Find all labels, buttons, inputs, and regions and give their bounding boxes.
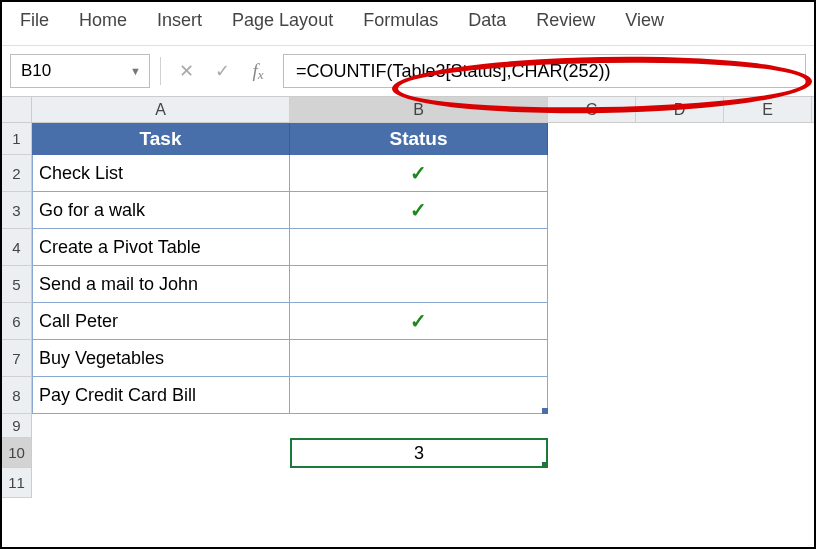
- cell-status[interactable]: [290, 340, 548, 377]
- cell-blank[interactable]: [290, 414, 548, 438]
- formula-input[interactable]: =COUNTIF(Table3[Status],CHAR(252)): [283, 54, 806, 88]
- formula-text: =COUNTIF(Table3[Status],CHAR(252)): [296, 61, 611, 82]
- check-icon: ✓: [410, 161, 427, 185]
- tab-page-layout[interactable]: Page Layout: [232, 10, 333, 31]
- col-header-E[interactable]: E: [724, 97, 812, 122]
- table-row: Buy Vegetables: [32, 340, 814, 377]
- col-header-C[interactable]: C: [548, 97, 636, 122]
- cell-status[interactable]: [290, 266, 548, 303]
- row-header-8[interactable]: 8: [2, 377, 32, 414]
- header-status[interactable]: Status: [290, 123, 548, 155]
- tab-data[interactable]: Data: [468, 10, 506, 31]
- tab-review[interactable]: Review: [536, 10, 595, 31]
- fx-icon[interactable]: fx: [243, 56, 273, 86]
- column-headers: A B C D E: [2, 97, 814, 123]
- active-cell[interactable]: 3: [290, 438, 548, 468]
- table-row: Check List ✓: [32, 155, 814, 192]
- table-row: Create a Pivot Table: [32, 229, 814, 266]
- row-header-5[interactable]: 5: [2, 266, 32, 303]
- row-blank-11[interactable]: [32, 468, 814, 498]
- cell-task[interactable]: Buy Vegetables: [32, 340, 290, 377]
- cell-blank[interactable]: [32, 414, 290, 438]
- formula-bar-row: B10 ▼ ✕ ✓ fx =COUNTIF(Table3[Status],CHA…: [2, 46, 814, 97]
- cell-task[interactable]: Check List: [32, 155, 290, 192]
- cell-status[interactable]: ✓: [290, 155, 548, 192]
- row-headers: 1 2 3 4 5 6 7 8 9 10 11: [2, 123, 32, 498]
- check-icon: ✓: [410, 198, 427, 222]
- row-header-6[interactable]: 6: [2, 303, 32, 340]
- cell-status[interactable]: ✓: [290, 303, 548, 340]
- enter-icon[interactable]: ✓: [207, 56, 237, 86]
- table-row: Send a mail to John: [32, 266, 814, 303]
- tab-insert[interactable]: Insert: [157, 10, 202, 31]
- table-handle-icon[interactable]: [542, 408, 548, 414]
- header-task[interactable]: Task: [32, 123, 290, 155]
- table-row: Go for a walk ✓: [32, 192, 814, 229]
- tab-view[interactable]: View: [625, 10, 664, 31]
- row-header-10[interactable]: 10: [2, 438, 32, 468]
- cell-task[interactable]: Send a mail to John: [32, 266, 290, 303]
- row-result: 3: [32, 438, 814, 468]
- tab-formulas[interactable]: Formulas: [363, 10, 438, 31]
- name-box[interactable]: B10 ▼: [10, 54, 150, 88]
- row-header-1[interactable]: 1: [2, 123, 32, 155]
- row-blank: [32, 414, 814, 438]
- chevron-down-icon[interactable]: ▼: [130, 65, 141, 77]
- name-box-value: B10: [21, 61, 51, 81]
- cell-task[interactable]: Call Peter: [32, 303, 290, 340]
- cells-area[interactable]: Task Status Check List ✓ Go for a walk ✓…: [32, 123, 814, 498]
- col-header-B[interactable]: B: [290, 97, 548, 122]
- cancel-icon[interactable]: ✕: [171, 56, 201, 86]
- fill-handle-icon[interactable]: [542, 462, 548, 468]
- row-header-7[interactable]: 7: [2, 340, 32, 377]
- table-row: Pay Credit Card Bill: [32, 377, 814, 414]
- result-value: 3: [414, 443, 424, 464]
- col-header-D[interactable]: D: [636, 97, 724, 122]
- tab-home[interactable]: Home: [79, 10, 127, 31]
- cell-status[interactable]: [290, 377, 548, 414]
- check-icon: ✓: [410, 309, 427, 333]
- tab-file[interactable]: File: [20, 10, 49, 31]
- cell-task[interactable]: Go for a walk: [32, 192, 290, 229]
- cell-status[interactable]: ✓: [290, 192, 548, 229]
- row-header-11[interactable]: 11: [2, 468, 32, 498]
- row-header-3[interactable]: 3: [2, 192, 32, 229]
- col-header-A[interactable]: A: [32, 97, 290, 122]
- row-header-4[interactable]: 4: [2, 229, 32, 266]
- row-header-9[interactable]: 9: [2, 414, 32, 438]
- divider: [160, 57, 161, 85]
- cell-task[interactable]: Create a Pivot Table: [32, 229, 290, 266]
- table-header: Task Status: [32, 123, 814, 155]
- ribbon-tabs: File Home Insert Page Layout Formulas Da…: [2, 2, 814, 46]
- cell-status[interactable]: [290, 229, 548, 266]
- table-row: Call Peter ✓: [32, 303, 814, 340]
- select-all-corner[interactable]: [2, 97, 32, 122]
- cell-empty[interactable]: [32, 438, 290, 468]
- row-header-2[interactable]: 2: [2, 155, 32, 192]
- cell-task[interactable]: Pay Credit Card Bill: [32, 377, 290, 414]
- grid: A B C D E 1 2 3 4 5 6 7 8 9 10 11 Task S…: [2, 97, 814, 498]
